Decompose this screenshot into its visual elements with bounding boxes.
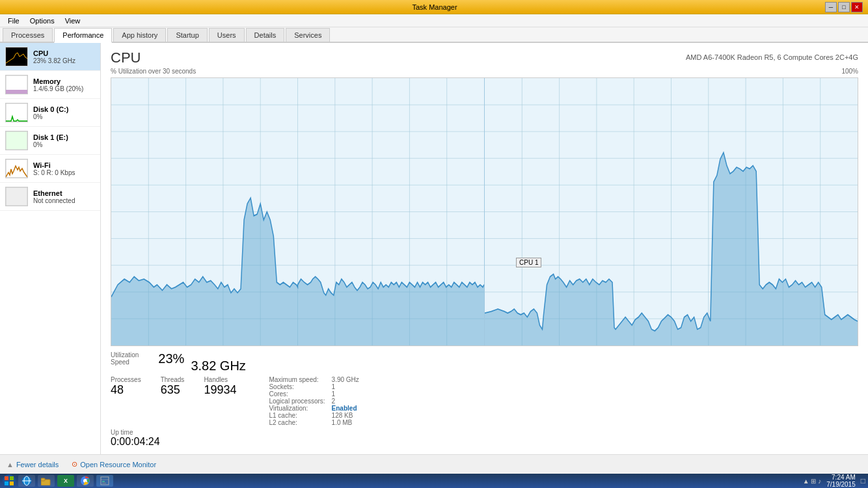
speed-value-group: 3.82 GHz — [191, 351, 245, 373]
sockets-value: 1 — [332, 383, 359, 390]
cores-label: Cores: — [269, 390, 325, 398]
minimize-button[interactable]: ─ — [825, 2, 837, 12]
sidebar-item-wifi[interactable]: Wi-Fi S: 0 R: 0 Kbps — [0, 155, 100, 183]
details-group: Maximum speed: Sockets: Cores: Logical p… — [269, 376, 359, 426]
menu-bar: File Options View — [0, 14, 868, 27]
sidebar-memory-value: 1.4/6.9 GB (20%) — [33, 85, 95, 92]
percent-label: 100% — [841, 68, 858, 76]
title-bar: Task Manager ─ □ ✕ — [0, 0, 868, 14]
content-header: CPU AMD A6-7400K Radeon R5, 6 Compute Co… — [111, 49, 858, 66]
max-speed-value: 3.90 GHz — [332, 376, 359, 383]
sidebar-wifi-name: Wi-Fi — [33, 161, 95, 169]
threads-label: Threads — [161, 376, 185, 383]
taskbar: X ▲ ⊞ ♪ 7:24 AM 7/19/2015 □ — [0, 474, 868, 488]
cpu-chart: CPU 1 — [111, 77, 858, 346]
sidebar-memory-name: Memory — [33, 77, 95, 85]
processes-group: Processes 48 — [111, 376, 141, 426]
footer: ▲ Fewer details ⊙ Open Resource Monitor — [0, 454, 868, 474]
sidebar-cpu-value: 23% 3.82 GHz — [33, 57, 95, 64]
svg-rect-4 — [6, 131, 27, 150]
utilization-label: Utilization — [111, 351, 139, 359]
notifications-icon[interactable]: □ — [861, 476, 865, 485]
max-speed-row: Maximum speed: Sockets: Cores: Logical p… — [269, 376, 325, 426]
logical-label: Logical processors: — [269, 398, 325, 405]
close-button[interactable]: ✕ — [851, 2, 863, 12]
system-icons: ▲ ⊞ ♪ — [803, 478, 821, 485]
main-layout: CPU 23% 3.82 GHz Memory 1.4/6.9 GB (20%) — [0, 43, 868, 454]
maximize-button[interactable]: □ — [838, 2, 850, 12]
svg-rect-59 — [102, 483, 106, 483]
l2-label: L2 cache: — [269, 419, 325, 426]
taskmanager-taskbar-button[interactable] — [96, 475, 113, 487]
stats-row2: Processes 48 Threads 635 Handles 19934 M… — [111, 376, 858, 426]
uptime-value: 0:00:04:24 — [111, 436, 858, 448]
tab-processes[interactable]: Processes — [3, 28, 53, 42]
cpu-subtitle: AMD A6-7400K Radeon R5, 6 Compute Cores … — [686, 53, 858, 61]
tab-app-history[interactable]: App history — [113, 28, 166, 42]
fewer-details-link[interactable]: ▲ Fewer details — [7, 461, 59, 468]
chart-label: % Utilization over 30 seconds — [111, 68, 196, 75]
ie-button[interactable] — [18, 475, 35, 487]
svg-rect-2 — [6, 90, 27, 94]
logical-value: 2 — [332, 398, 359, 405]
handles-value: 19934 — [204, 383, 236, 397]
start-button[interactable] — [3, 474, 16, 487]
cpu0-panel — [111, 78, 485, 346]
chrome-button[interactable] — [77, 475, 94, 487]
tab-performance[interactable]: Performance — [54, 28, 112, 43]
cpu1-panel: CPU 1 — [485, 78, 858, 346]
processes-value: 48 — [111, 383, 141, 397]
util-value-group: 23% — [158, 351, 184, 373]
uptime-label: Up time — [111, 429, 858, 436]
sidebar-wifi-text: Wi-Fi S: 0 R: 0 Kbps — [33, 161, 95, 176]
sidebar-ethernet-value: Not connected — [33, 197, 95, 204]
menu-file[interactable]: File — [3, 16, 25, 26]
fewer-details-label: Fewer details — [16, 461, 59, 468]
sidebar-disk0-name: Disk 0 (C:) — [33, 105, 95, 113]
svg-rect-47 — [5, 481, 8, 485]
sidebar-disk1-value: 0% — [33, 141, 95, 148]
virt-label: Virtualization: — [269, 405, 325, 412]
handles-label: Handles — [204, 376, 236, 383]
tab-startup[interactable]: Startup — [167, 28, 207, 42]
sidebar-item-disk1[interactable]: Disk 1 (E:) 0% — [0, 127, 100, 155]
sidebar-disk1-name: Disk 1 (E:) — [33, 133, 95, 141]
threads-group: Threads 635 — [161, 376, 185, 426]
virt-value: Enabled — [332, 405, 359, 412]
svg-rect-6 — [6, 187, 27, 206]
l1-value: 128 KB — [332, 412, 359, 419]
window-title: Task Manager — [44, 3, 825, 11]
sidebar-cpu-text: CPU 23% 3.82 GHz — [33, 49, 95, 64]
excel-button[interactable]: X — [57, 475, 74, 487]
menu-options[interactable]: Options — [25, 16, 60, 26]
tab-details[interactable]: Details — [246, 28, 285, 42]
sidebar-disk1-text: Disk 1 (E:) 0% — [33, 133, 95, 148]
cores-value: 1 — [332, 390, 359, 398]
utilization-value: 23% — [158, 351, 184, 366]
window-controls[interactable]: ─ □ ✕ — [825, 2, 863, 12]
sidebar-memory-text: Memory 1.4/6.9 GB (20%) — [33, 77, 95, 92]
handles-group: Handles 19934 — [204, 376, 236, 426]
svg-rect-58 — [102, 481, 105, 482]
sidebar-item-ethernet[interactable]: Ethernet Not connected — [0, 183, 100, 211]
sidebar-item-cpu[interactable]: CPU 23% 3.82 GHz — [0, 43, 100, 71]
l1-label: L1 cache: — [269, 412, 325, 419]
menu-view[interactable]: View — [60, 16, 86, 26]
svg-rect-0 — [6, 47, 27, 66]
processes-label: Processes — [111, 376, 141, 383]
tab-services[interactable]: Services — [286, 28, 330, 42]
tab-bar: Processes Performance App history Startu… — [0, 27, 868, 43]
sidebar-item-memory[interactable]: Memory 1.4/6.9 GB (20%) — [0, 71, 100, 99]
sidebar-disk0-value: 0% — [33, 113, 95, 120]
speed-value: 3.82 GHz — [191, 359, 245, 373]
sidebar-item-disk0[interactable]: Disk 0 (C:) 0% — [0, 99, 100, 127]
resource-monitor-link[interactable]: ⊙ Open Resource Monitor — [72, 460, 156, 468]
sidebar-ethernet-text: Ethernet Not connected — [33, 189, 95, 204]
sidebar: CPU 23% 3.82 GHz Memory 1.4/6.9 GB (20%) — [0, 43, 101, 454]
uptime-group: Up time 0:00:04:24 — [111, 429, 858, 448]
ethernet-mini-graph — [5, 187, 28, 206]
utilization-stat: Utilization Speed — [111, 351, 139, 373]
disk0-mini-graph — [5, 103, 28, 122]
tab-users[interactable]: Users — [209, 28, 245, 42]
explorer-button[interactable] — [38, 475, 55, 487]
